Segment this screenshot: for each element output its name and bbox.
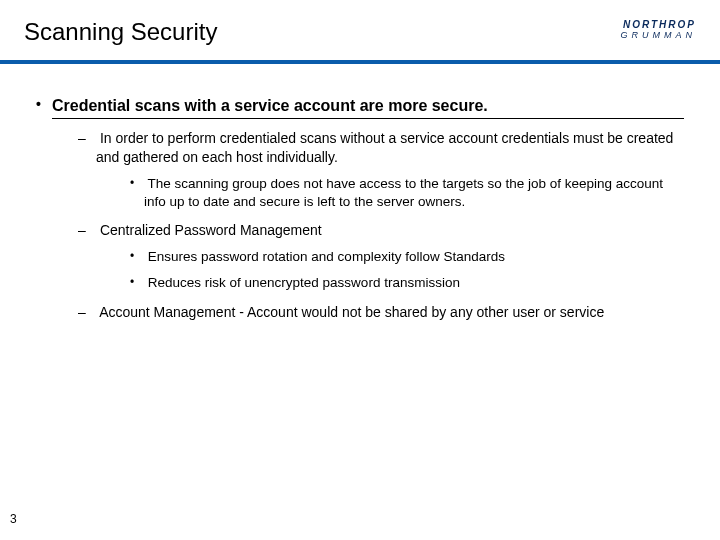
list-item-text: Ensures password rotation and complexity… [148,249,505,264]
slide-title: Scanning Security [24,18,696,60]
list-item: Account Management - Account would not b… [78,303,684,322]
list-item: Centralized Password Management Ensures … [78,221,684,292]
logo-text-top: NORTHROP [621,20,697,30]
list-item-text: The scanning group does not have access … [144,176,663,209]
slide: Scanning Security NORTHROP GRUMMAN Crede… [0,0,720,540]
list-item: Ensures password rotation and complexity… [130,248,684,266]
list-item-text: Centralized Password Management [100,222,322,238]
bullet-list-lvl2: In order to perform credentialed scans w… [36,129,684,321]
list-item-text: Credential scans with a service account … [52,96,684,119]
list-item: Credential scans with a service account … [36,96,684,119]
bullet-list-lvl3: Ensures password rotation and complexity… [96,248,684,292]
slide-body: Credential scans with a service account … [0,64,720,321]
bullet-list-lvl1: Credential scans with a service account … [36,96,684,119]
list-item-text: Reduces risk of unencrypted password tra… [148,275,460,290]
slide-header: Scanning Security NORTHROP GRUMMAN [0,0,720,60]
list-item-text: In order to perform credentialed scans w… [96,130,673,165]
list-item-text: Account Management - Account would not b… [99,304,604,320]
list-item: The scanning group does not have access … [130,175,684,211]
logo-text-bottom: GRUMMAN [621,31,697,40]
list-item: In order to perform credentialed scans w… [78,129,684,211]
company-logo: NORTHROP GRUMMAN [621,20,697,40]
list-item: Reduces risk of unencrypted password tra… [130,274,684,292]
bullet-list-lvl3: The scanning group does not have access … [96,175,684,211]
page-number: 3 [10,512,17,526]
